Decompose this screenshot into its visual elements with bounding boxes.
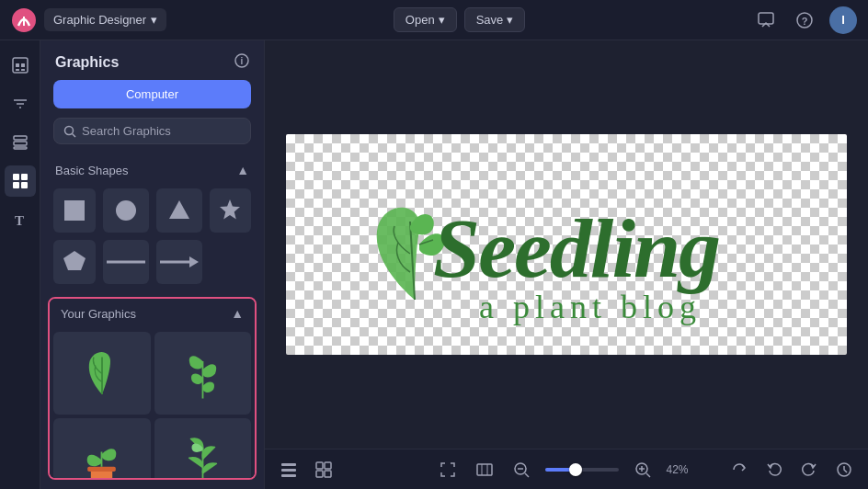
svg-text:i: i xyxy=(241,56,244,66)
zoom-out-button[interactable] xyxy=(508,457,534,483)
svg-rect-14 xyxy=(14,147,27,149)
grid-bottom-icon xyxy=(314,461,333,479)
icon-rail: T xyxy=(0,40,40,489)
undo-icon xyxy=(765,461,783,479)
svg-rect-12 xyxy=(14,136,27,140)
panel-title: Graphics xyxy=(55,54,119,71)
computer-button[interactable]: Computer xyxy=(53,80,251,108)
canvas-workspace: Seedling a plant blog xyxy=(265,40,868,449)
svg-rect-43 xyxy=(325,462,331,469)
graphic-item-3[interactable] xyxy=(53,418,151,480)
svg-marker-28 xyxy=(63,251,86,270)
canvas-area: Seedling a plant blog xyxy=(265,40,868,489)
shape-square[interactable] xyxy=(53,188,96,233)
svg-text:T: T xyxy=(15,213,24,228)
fit-page-icon xyxy=(439,461,457,479)
layers-panel-button[interactable] xyxy=(276,457,302,483)
main-layout: T Graphics i Computer Search Graphics xyxy=(0,40,868,489)
svg-line-51 xyxy=(525,473,529,477)
svg-rect-42 xyxy=(316,462,323,469)
basic-shapes-section-header: Basic Shapes ▲ xyxy=(40,157,264,185)
save-label: Save xyxy=(476,13,504,27)
history-icon xyxy=(835,461,853,479)
rail-filter-button[interactable] xyxy=(5,88,36,119)
basic-shapes-toggle[interactable]: ▲ xyxy=(236,163,249,177)
home-icon xyxy=(11,56,29,74)
layers-icon xyxy=(11,133,29,152)
shape-circle[interactable] xyxy=(103,188,149,233)
grid-view-button[interactable] xyxy=(311,457,337,483)
shape-arrow[interactable] xyxy=(156,240,202,284)
refresh-button[interactable] xyxy=(726,457,752,483)
your-graphics-title: Your Graphics xyxy=(61,307,136,321)
resize-button[interactable] xyxy=(472,457,497,483)
svg-rect-41 xyxy=(281,474,296,477)
svg-rect-34 xyxy=(87,466,116,471)
svg-rect-5 xyxy=(16,63,19,67)
side-panel: Graphics i Computer Search Graphics Basi… xyxy=(40,40,265,489)
svg-marker-27 xyxy=(220,199,240,219)
rail-home-button[interactable] xyxy=(5,50,36,81)
shape-pentagon[interactable] xyxy=(53,240,96,284)
redo-button[interactable] xyxy=(796,457,822,483)
chat-icon-button[interactable] xyxy=(752,6,780,34)
your-graphics-toggle[interactable]: ▲ xyxy=(231,306,244,321)
svg-rect-16 xyxy=(21,174,28,180)
zoom-out-icon xyxy=(512,461,531,479)
grid-icon xyxy=(11,172,29,190)
topbar-left: Graphic Designer ▾ xyxy=(11,7,166,33)
svg-line-23 xyxy=(73,133,76,137)
avatar-button[interactable]: I xyxy=(829,6,857,34)
open-button[interactable]: Open ▾ xyxy=(394,7,457,32)
app-title-label: Graphic Designer xyxy=(53,13,146,27)
canvas-content: Seedling a plant blog xyxy=(286,134,847,355)
bottom-right-controls xyxy=(726,457,857,483)
zoom-in-button[interactable] xyxy=(630,457,656,483)
svg-rect-15 xyxy=(13,174,19,180)
search-placeholder: Search Graphics xyxy=(82,124,171,138)
canvas-logo-svg: Seedling a plant blog xyxy=(286,134,847,355)
zoom-in-icon xyxy=(634,461,652,479)
svg-rect-24 xyxy=(64,200,85,221)
svg-rect-4 xyxy=(13,58,28,73)
svg-rect-18 xyxy=(21,182,28,188)
avatar-label: I xyxy=(841,13,845,27)
panel-info-button[interactable]: i xyxy=(234,53,249,71)
svg-text:a plant blog: a plant blog xyxy=(479,289,702,325)
bottom-center-controls: 42% xyxy=(435,457,699,483)
undo-button[interactable] xyxy=(761,457,787,483)
save-chevron-icon: ▾ xyxy=(507,13,513,27)
graphic-item-2[interactable] xyxy=(154,332,252,415)
svg-rect-17 xyxy=(13,182,19,188)
shape-star[interactable] xyxy=(210,188,252,233)
graphic-item-1[interactable] xyxy=(53,332,151,415)
svg-point-22 xyxy=(65,126,74,134)
save-button[interactable]: Save ▾ xyxy=(464,7,526,32)
help-icon-button[interactable]: ? xyxy=(791,6,818,34)
svg-rect-13 xyxy=(14,142,27,145)
bottombar: 42% xyxy=(265,449,868,489)
rail-graphics-button[interactable] xyxy=(5,165,36,197)
svg-point-25 xyxy=(116,200,136,221)
svg-marker-31 xyxy=(189,256,199,267)
search-bar[interactable]: Search Graphics xyxy=(53,118,251,144)
svg-line-55 xyxy=(646,473,650,477)
bottom-left-controls xyxy=(276,457,337,483)
graphic-item-4[interactable] xyxy=(154,418,252,480)
zoom-level: 42% xyxy=(667,463,699,476)
zoom-slider[interactable] xyxy=(545,468,619,472)
fit-page-button[interactable] xyxy=(435,457,461,483)
rail-text-button[interactable]: T xyxy=(5,204,36,235)
svg-rect-40 xyxy=(281,469,296,472)
svg-rect-7 xyxy=(16,69,19,71)
zoom-slider-thumb xyxy=(569,463,582,476)
rail-layers-button[interactable] xyxy=(5,127,36,158)
basic-shapes-title: Basic Shapes xyxy=(55,164,129,177)
history-button[interactable] xyxy=(831,457,857,483)
layers-bottom-icon xyxy=(280,461,298,479)
app-title-button[interactable]: Graphic Designer ▾ xyxy=(44,8,166,31)
shape-triangle[interactable] xyxy=(156,188,202,233)
svg-rect-39 xyxy=(281,463,296,466)
resize-icon xyxy=(475,461,494,479)
shape-line[interactable] xyxy=(103,240,149,284)
